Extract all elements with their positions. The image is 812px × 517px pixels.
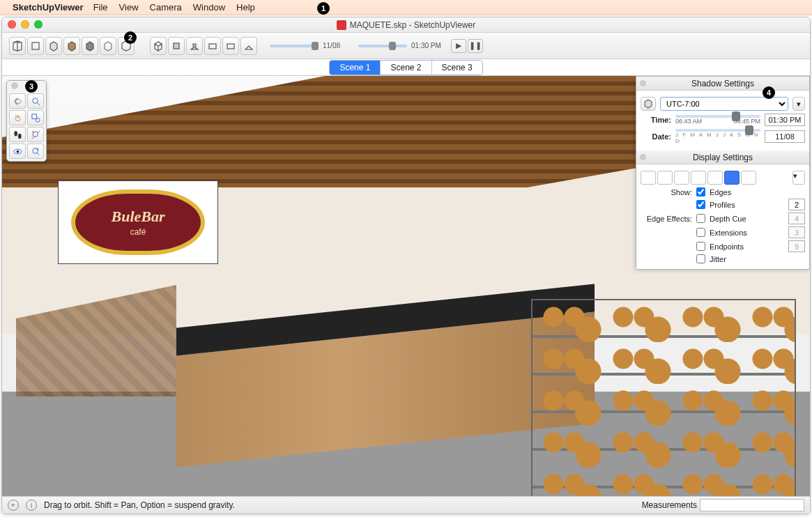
palette-close-button[interactable] bbox=[11, 82, 18, 89]
main-toolbar: 11/08 01:30 PM ▶ ❚❚ bbox=[2, 33, 810, 59]
profiles-value-field[interactable] bbox=[788, 199, 805, 210]
face-style-6-button[interactable] bbox=[724, 171, 740, 185]
svg-point-6 bbox=[36, 118, 40, 122]
zoom-extents-button[interactable] bbox=[27, 127, 44, 142]
date-slider[interactable] bbox=[270, 45, 319, 47]
svg-rect-1 bbox=[174, 43, 179, 49]
scene-tab-1[interactable]: Scene 1 bbox=[330, 61, 381, 75]
view-left-button[interactable] bbox=[240, 37, 257, 55]
menu-help[interactable]: Help bbox=[236, 2, 255, 13]
face-style-1-button[interactable] bbox=[641, 171, 656, 185]
zoom-window-tool-button[interactable] bbox=[27, 110, 44, 125]
svg-point-4 bbox=[32, 98, 38, 103]
cafe-sign: BuleBar café bbox=[58, 180, 218, 264]
face-style-5-button[interactable] bbox=[707, 171, 723, 185]
jitter-checkbox[interactable] bbox=[696, 254, 705, 263]
camera-tools-palette[interactable] bbox=[6, 80, 47, 162]
toggle-shadows-button[interactable] bbox=[641, 97, 656, 111]
depth-cue-label: Depth Cue bbox=[710, 215, 746, 223]
face-style-7-button[interactable] bbox=[741, 171, 756, 185]
time-of-day-slider[interactable] bbox=[675, 115, 760, 118]
time-value-field[interactable]: 01:30 PM bbox=[765, 114, 805, 126]
svg-rect-0 bbox=[32, 43, 39, 49]
endpoints-checkbox[interactable] bbox=[696, 242, 705, 251]
style-shaded-textures-button[interactable] bbox=[63, 37, 80, 55]
scene-tab-2[interactable]: Scene 2 bbox=[381, 61, 431, 75]
pan-tool-button[interactable] bbox=[9, 110, 26, 125]
zoom-tool-button[interactable] bbox=[27, 93, 44, 109]
app-window: MAQUETE.skp - SketchUpViewer 11/08 bbox=[1, 17, 811, 514]
app-menu[interactable]: SketchUpViewer bbox=[13, 2, 84, 13]
timezone-select[interactable]: UTC-7:00 bbox=[660, 97, 788, 111]
depth-cue-checkbox[interactable] bbox=[696, 214, 705, 223]
display-expand-button[interactable]: ▾ bbox=[792, 171, 805, 185]
credits-icon[interactable]: i bbox=[26, 500, 37, 511]
previous-view-button[interactable] bbox=[27, 144, 44, 159]
callout-2: 2 bbox=[124, 31, 137, 44]
extensions-label: Extensions bbox=[710, 229, 747, 237]
document-icon bbox=[337, 20, 346, 30]
svg-rect-3 bbox=[227, 44, 234, 49]
style-wireframe-button[interactable] bbox=[9, 37, 26, 55]
view-right-button[interactable] bbox=[204, 37, 221, 55]
style-monochrome-button[interactable] bbox=[82, 37, 98, 55]
view-front-button[interactable] bbox=[186, 37, 203, 55]
shadow-panel-title[interactable]: Shadow Settings bbox=[636, 77, 809, 91]
face-style-3-button[interactable] bbox=[674, 171, 689, 185]
extensions-checkbox[interactable] bbox=[696, 228, 705, 237]
pause-animation-button[interactable]: ❚❚ bbox=[468, 39, 483, 53]
window-titlebar: MAQUETE.skp - SketchUpViewer bbox=[2, 17, 810, 33]
style-hidden-line-button[interactable] bbox=[27, 37, 44, 55]
date-value-field[interactable]: 11/08 bbox=[765, 130, 805, 143]
inspector-panels: Shadow Settings UTC-7:00 ▾ Time: 06:43 A… bbox=[636, 76, 810, 270]
time-slider[interactable] bbox=[358, 45, 407, 47]
view-back-button[interactable] bbox=[222, 37, 239, 55]
window-title-app: SketchUpViewer bbox=[414, 20, 476, 30]
callout-3: 3 bbox=[25, 80, 38, 93]
geo-location-icon[interactable]: ⌖ bbox=[8, 500, 19, 511]
face-style-2-button[interactable] bbox=[657, 171, 673, 185]
window-title-file: MAQUETE.skp bbox=[350, 20, 406, 30]
status-bar: ⌖ i Drag to orbit. Shift = Pan, Option =… bbox=[2, 497, 810, 514]
look-around-tool-button[interactable] bbox=[9, 144, 26, 159]
orbit-tool-button[interactable] bbox=[9, 93, 26, 109]
view-top-button[interactable] bbox=[168, 37, 185, 55]
style-shaded-button[interactable] bbox=[45, 37, 62, 55]
extensions-value-field bbox=[788, 226, 805, 238]
menu-view[interactable]: View bbox=[119, 2, 139, 13]
display-panel-close-button[interactable] bbox=[640, 154, 646, 160]
play-animation-button[interactable]: ▶ bbox=[451, 39, 466, 53]
measurements-input[interactable] bbox=[700, 499, 804, 511]
svg-point-8 bbox=[17, 133, 21, 139]
menu-file[interactable]: File bbox=[93, 2, 108, 13]
menu-camera[interactable]: Camera bbox=[150, 2, 182, 13]
show-label: Show: bbox=[641, 188, 692, 196]
scene-tab-3[interactable]: Scene 3 bbox=[432, 61, 482, 75]
profiles-checkbox[interactable] bbox=[696, 200, 705, 209]
shadow-panel-close-button[interactable] bbox=[640, 80, 646, 86]
face-style-4-button[interactable] bbox=[691, 171, 706, 185]
edges-checkbox[interactable] bbox=[696, 187, 705, 196]
callout-1: 1 bbox=[317, 2, 330, 15]
endpoints-label: Endpoints bbox=[710, 242, 744, 251]
edge-effects-label: Edge Effects: bbox=[641, 215, 692, 223]
style-xray-button[interactable] bbox=[100, 37, 116, 55]
walk-tool-button[interactable] bbox=[9, 127, 26, 142]
endpoints-value-field bbox=[788, 240, 805, 252]
model-viewport[interactable]: BuleBar café Shadow Settings bbox=[2, 76, 810, 497]
close-window-button[interactable] bbox=[8, 20, 16, 29]
svg-rect-2 bbox=[209, 44, 216, 49]
edges-label: Edges bbox=[710, 188, 731, 196]
shadow-expand-button[interactable]: ▾ bbox=[792, 97, 805, 111]
profiles-label: Profiles bbox=[710, 201, 735, 209]
svg-rect-5 bbox=[31, 114, 36, 118]
date-of-year-slider[interactable] bbox=[675, 129, 760, 132]
zoom-window-button[interactable] bbox=[34, 20, 43, 29]
time-value: 01:30 PM bbox=[411, 42, 441, 49]
depth-cue-value-field bbox=[788, 213, 805, 224]
face-style-row: ▾ bbox=[641, 171, 805, 185]
menu-window[interactable]: Window bbox=[193, 2, 225, 13]
view-iso-button[interactable] bbox=[150, 37, 167, 55]
display-panel-title[interactable]: Display Settings bbox=[636, 151, 809, 164]
minimize-window-button[interactable] bbox=[21, 20, 29, 29]
